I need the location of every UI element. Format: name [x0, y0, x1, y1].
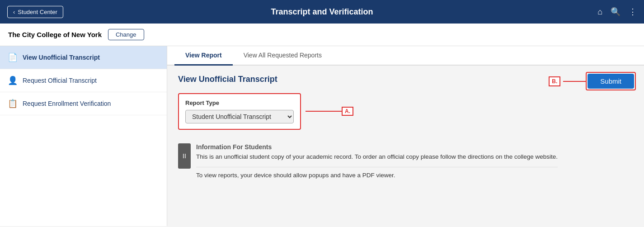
sidebar-item-request-official-transcript[interactable]: 👤 Request Official Transcript	[0, 69, 167, 92]
info-text-block: Information For Students This is an unof…	[196, 143, 558, 179]
info-text-2: To view reports, your device should allo…	[196, 167, 558, 179]
change-institution-button[interactable]: Change	[108, 29, 144, 40]
report-type-label: Report Type	[185, 99, 294, 106]
header-icons: ⌂ 🔍 ⋮	[597, 7, 637, 17]
info-section: II Information For Students This is an u…	[178, 140, 633, 179]
annotation-b-label: B.	[549, 76, 560, 86]
document-icon: 📄	[7, 52, 18, 62]
sidebar-item-view-unofficial-transcript[interactable]: 📄 View Unofficial Transcript	[0, 46, 167, 69]
search-icon[interactable]: 🔍	[611, 7, 620, 17]
list-icon: 📋	[7, 99, 18, 109]
sidebar-label-request-official: Request Official Transcript	[23, 77, 97, 84]
content-body: View Unofficial Transcript B. Submit Rep…	[167, 66, 644, 188]
pause-icon: II	[183, 152, 186, 160]
person-document-icon: 👤	[7, 76, 18, 85]
page-title: Transcript and Verification	[271, 7, 373, 17]
main-header: ‹ Student Center Transcript and Verifica…	[0, 0, 644, 24]
sidebar-item-request-enrollment-verification[interactable]: 📋 Request Enrollment Verification	[0, 92, 167, 115]
annotation-a-area: A.	[306, 107, 353, 116]
report-type-row: Report Type Student Unofficial Transcrip…	[178, 93, 633, 138]
info-title: Information For Students	[196, 143, 558, 151]
submit-button[interactable]: Submit	[588, 74, 634, 89]
chevron-left-icon: ‹	[13, 9, 15, 15]
institution-bar: The City College of New York Change	[0, 24, 644, 46]
info-text-1: This is an unofficial student copy of yo…	[196, 152, 558, 161]
back-to-student-center-button[interactable]: ‹ Student Center	[7, 6, 63, 18]
report-type-select[interactable]: Student Unofficial Transcript	[185, 110, 294, 123]
annotation-b-line	[563, 81, 586, 82]
submit-area: B. Submit	[549, 72, 636, 90]
info-toggle-button[interactable]: II	[178, 143, 191, 169]
submit-button-border: Submit	[586, 72, 636, 90]
sidebar-label-view-unofficial: View Unofficial Transcript	[23, 54, 100, 61]
annotation-a-label: A.	[342, 107, 353, 116]
sidebar-label-request-enrollment: Request Enrollment Verification	[23, 100, 111, 107]
annotation-a-line	[306, 111, 342, 112]
tab-view-all-requested-reports[interactable]: View All Requested Reports	[233, 46, 333, 66]
sidebar: 📄 View Unofficial Transcript 👤 Request O…	[0, 46, 167, 226]
main-layout: 📄 View Unofficial Transcript 👤 Request O…	[0, 46, 644, 226]
tab-bar: View Report View All Requested Reports	[167, 46, 644, 66]
institution-name: The City College of New York	[8, 31, 102, 38]
report-type-section: Report Type Student Unofficial Transcrip…	[178, 93, 301, 130]
back-button-label: Student Center	[18, 9, 57, 15]
tab-view-report[interactable]: View Report	[174, 46, 233, 66]
home-icon[interactable]: ⌂	[597, 7, 602, 17]
content-area: View Report View All Requested Reports V…	[167, 46, 644, 226]
more-menu-icon[interactable]: ⋮	[629, 7, 637, 17]
